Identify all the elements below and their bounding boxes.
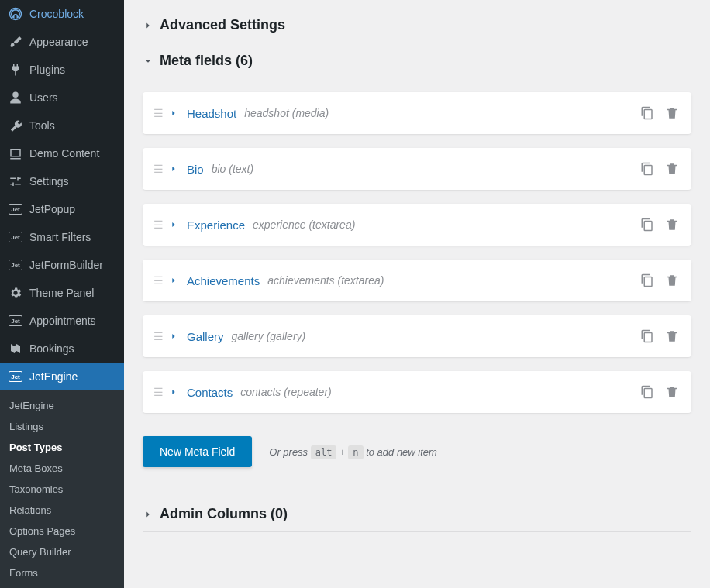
submenu-item-jetengine[interactable]: JetEngine <box>0 395 124 416</box>
box-icon: Jet <box>8 201 23 217</box>
meta-field-slug: gallery (gallery) <box>232 330 306 342</box>
meta-field-card: ☰Contactscontacts (repeater) <box>143 371 691 413</box>
drag-handle-icon[interactable]: ☰ <box>153 219 164 230</box>
delete-button[interactable] <box>663 160 681 177</box>
sidebar-item-label: Appearance <box>29 36 88 48</box>
copy-button[interactable] <box>639 272 656 289</box>
sidebar-item-label: Demo Content <box>29 147 99 160</box>
submenu-item-forms[interactable]: Forms <box>0 562 124 583</box>
section-title: Admin Columns (0) <box>160 506 288 522</box>
submenu-item-listings[interactable]: Listings <box>0 416 124 437</box>
copy-button[interactable] <box>639 383 656 401</box>
sidebar-item-label: JetPopup <box>29 203 75 215</box>
meta-field-slug: experience (textarea) <box>253 218 355 231</box>
chevron-right-icon <box>143 509 153 520</box>
sidebar-item-label: Appointments <box>29 315 96 327</box>
drag-handle-icon[interactable]: ☰ <box>153 163 164 174</box>
sidebar-item-label: Crocoblock <box>29 8 84 20</box>
meta-field-card: ☰Biobio (text) <box>143 148 691 190</box>
chevron-right-icon[interactable] <box>170 164 179 174</box>
delete-button[interactable] <box>663 328 681 345</box>
sidebar-item-tools[interactable]: Tools <box>0 112 124 139</box>
box-icon: Jet <box>8 257 23 273</box>
box-icon: Jet <box>8 229 23 245</box>
sidebar-item-jetengine[interactable]: JetJetEngine <box>0 363 124 390</box>
sidebar-item-plugins[interactable]: Plugins <box>0 56 124 84</box>
sidebar-item-label: JetFormBuilder <box>29 259 103 271</box>
admin-sidebar: CrocoblockAppearancePluginsUsersToolsDem… <box>0 0 124 588</box>
sidebar-item-appearance[interactable]: Appearance <box>0 28 124 56</box>
submenu-item-meta-boxes[interactable]: Meta Boxes <box>0 458 124 479</box>
sidebar-item-label: JetEngine <box>29 370 78 383</box>
demo-icon <box>8 146 23 161</box>
brush-icon <box>8 34 23 50</box>
hint-text: to add new item <box>366 446 437 458</box>
meta-fields-list: ☰Headshotheadshot (media)☰Biobio (text)☰… <box>143 92 691 413</box>
delete-button[interactable] <box>663 272 681 289</box>
new-meta-field-button[interactable]: New Meta Field <box>143 436 252 467</box>
meta-field-name[interactable]: Bio <box>187 163 204 176</box>
chevron-right-icon[interactable] <box>170 108 179 118</box>
meta-field-card: ☰Achievementsachievements (textarea) <box>143 260 691 301</box>
sidebar-item-label: Theme Panel <box>29 287 94 299</box>
chevron-right-icon[interactable] <box>170 387 179 397</box>
delete-button[interactable] <box>663 383 681 401</box>
sidebar-item-demo-content[interactable]: Demo Content <box>0 139 124 167</box>
submenu-item-taxonomies[interactable]: Taxonomies <box>0 479 124 500</box>
copy-button[interactable] <box>639 216 656 233</box>
drag-handle-icon[interactable]: ☰ <box>153 108 164 119</box>
sidebar-item-label: Tools <box>29 119 55 132</box>
meta-field-name[interactable]: Headshot <box>187 107 236 120</box>
section-advanced-settings[interactable]: Advanced Settings <box>143 8 691 43</box>
sliders-icon <box>8 174 23 189</box>
drag-handle-icon[interactable]: ☰ <box>153 331 164 342</box>
sidebar-item-appointments[interactable]: JetAppointments <box>0 307 124 335</box>
sidebar-item-users[interactable]: Users <box>0 84 124 112</box>
sidebar-item-jetpopup[interactable]: JetJetPopup <box>0 195 124 223</box>
jetengine-submenu: JetEngineListingsPost TypesMeta BoxesTax… <box>0 390 124 588</box>
delete-button[interactable] <box>663 105 681 122</box>
meta-field-name[interactable]: Gallery <box>187 330 224 343</box>
sidebar-item-settings[interactable]: Settings <box>0 167 124 195</box>
meta-field-name[interactable]: Achievements <box>187 274 260 287</box>
chevron-right-icon[interactable] <box>170 220 179 229</box>
meta-field-slug: achievements (textarea) <box>267 274 384 287</box>
sidebar-item-crocoblock[interactable]: Crocoblock <box>0 0 124 28</box>
chevron-right-icon[interactable] <box>170 276 179 285</box>
sidebar-item-jetformbuilder[interactable]: JetJetFormBuilder <box>0 251 124 279</box>
chevron-right-icon <box>143 20 153 31</box>
section-meta-fields[interactable]: Meta fields (6) <box>143 43 691 78</box>
meta-field-name[interactable]: Contacts <box>187 386 233 399</box>
main-content: Advanced Settings Meta fields (6) ☰Heads… <box>124 0 710 588</box>
chevron-right-icon[interactable] <box>170 332 179 341</box>
submenu-item-relations[interactable]: Relations <box>0 500 124 521</box>
meta-field-slug: contacts (repeater) <box>240 386 332 398</box>
meta-field-slug: headshot (media) <box>244 107 329 119</box>
box-icon: Jet <box>8 313 23 328</box>
wrench-icon <box>8 118 23 133</box>
hint-text: Or press <box>269 446 310 458</box>
sidebar-item-label: Users <box>29 91 58 104</box>
submenu-item-options-pages[interactable]: Options Pages <box>0 521 124 542</box>
section-admin-columns[interactable]: Admin Columns (0) <box>143 497 691 532</box>
sidebar-item-theme-panel[interactable]: Theme Panel <box>0 279 124 307</box>
drag-handle-icon[interactable]: ☰ <box>153 275 164 286</box>
copy-button[interactable] <box>639 328 656 345</box>
submenu-item-query-builder[interactable]: Query Builder <box>0 542 124 562</box>
section-title: Advanced Settings <box>160 17 285 33</box>
new-field-hint: Or press alt + n to add new item <box>269 446 437 458</box>
bookings-icon <box>8 341 23 356</box>
new-field-row: New Meta Field Or press alt + n to add n… <box>143 436 691 467</box>
drag-handle-icon[interactable]: ☰ <box>153 387 164 397</box>
chevron-down-icon <box>143 56 153 67</box>
meta-field-name[interactable]: Experience <box>187 218 245 232</box>
copy-button[interactable] <box>639 105 656 122</box>
kbd-alt: alt <box>311 445 337 459</box>
delete-button[interactable] <box>663 216 681 233</box>
copy-button[interactable] <box>639 160 656 177</box>
meta-field-card: ☰Headshotheadshot (media) <box>143 92 691 134</box>
sidebar-item-bookings[interactable]: Bookings <box>0 335 124 363</box>
sidebar-item-smart-filters[interactable]: JetSmart Filters <box>0 223 124 251</box>
submenu-item-post-types[interactable]: Post Types <box>0 437 124 458</box>
sidebar-item-label: Bookings <box>29 342 74 355</box>
